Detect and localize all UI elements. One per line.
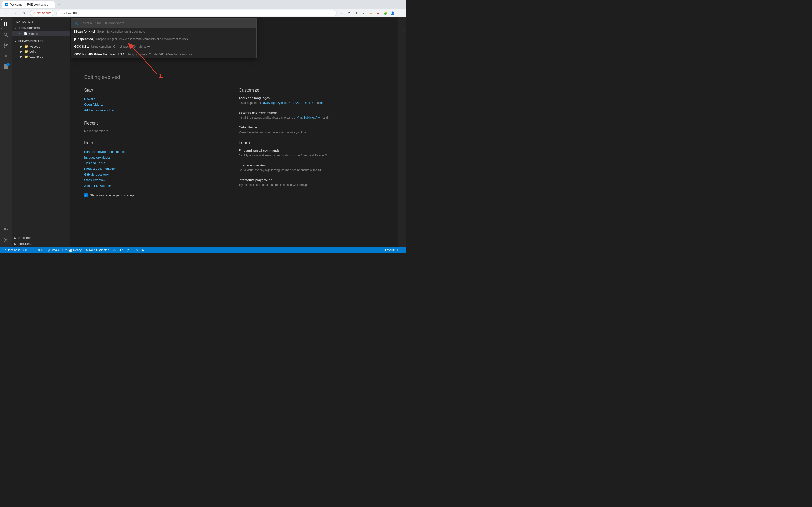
folder-build[interactable]: ▶ 📁 build (12, 49, 69, 54)
keybindings-desc: Install the settings and keyboard shortc… (239, 115, 384, 120)
kit-option-unspecified[interactable]: [Unspecified] Unspecified (Let CMake gue… (71, 35, 256, 43)
link-php[interactable]: PHP (288, 101, 293, 105)
security-warning[interactable]: ⚠ Not Secure (30, 10, 54, 16)
status-cog[interactable]: ⚙ (134, 247, 140, 253)
kit-search-input[interactable] (81, 21, 254, 25)
reload-btn[interactable]: ↻ (20, 10, 27, 16)
welcome-grid: Start New file Open folder... Add worksp… (84, 88, 384, 197)
link-github[interactable]: GitHub repository (84, 172, 229, 177)
status-no-kit[interactable]: ⚙ No Kit Selected (84, 247, 111, 253)
ext-orange[interactable]: ● (368, 10, 374, 16)
status-remote[interactable]: ⇆ localhost:8888 (3, 247, 29, 253)
bookmark-icon[interactable]: ☆ (339, 10, 345, 16)
show-welcome-checkbox[interactable]: ✓ (84, 193, 88, 197)
status-errors[interactable]: ⚠ 0 ⊗ 0 (29, 247, 45, 253)
activity-search[interactable] (1, 30, 11, 40)
customize-title: Customize (239, 88, 384, 93)
build-label: Build (117, 248, 123, 252)
activity-remote[interactable] (1, 225, 11, 234)
status-layout[interactable]: Layout: U.S. (383, 247, 403, 253)
ext-puzzle[interactable]: 🧩 (382, 10, 389, 16)
kit-unspecified-label: [Unspecified] (74, 37, 94, 41)
learn-playground[interactable]: Interactive playground Try out essential… (239, 178, 384, 187)
customize-tools: Tools and languages Install support for … (239, 96, 384, 105)
link-new-file[interactable]: New file (84, 96, 229, 102)
folder-vscode[interactable]: ▶ 📁 .vscode (12, 44, 69, 49)
status-build[interactable]: ⚙ Build (111, 247, 125, 253)
link-open-folder[interactable]: Open folder... (84, 102, 229, 107)
activity-bottom (1, 225, 11, 245)
activity-source-control[interactable] (1, 41, 11, 50)
info-icon: ⓘ (47, 248, 50, 252)
link-vim[interactable]: Vim (297, 116, 302, 119)
nav-actions: ☆ Z ⬇ ● ● ● 🧩 👤 ⋮ (339, 10, 403, 16)
timeline-section[interactable]: ▶ TIMELINE (12, 241, 69, 247)
color-theme-title: Color theme (239, 125, 384, 129)
link-newsletter[interactable]: Join our Newsletter (84, 183, 229, 188)
tab-title: Welcome — FHE-Workspace (10, 3, 48, 6)
activity-run[interactable] (1, 51, 11, 61)
link-atom[interactable]: Atom (315, 116, 322, 119)
close-editor-icon[interactable]: × (18, 32, 21, 36)
show-welcome-label: Show welcome page on startup (90, 193, 134, 197)
link-docs[interactable]: Product documentation (84, 166, 229, 171)
kit-option-gcc831[interactable]: GCC 8.3.1 Using compilers: C = /bin/gcc,… (71, 43, 256, 50)
link-azure[interactable]: Azure (295, 101, 302, 105)
ext-red[interactable]: ● (375, 10, 382, 16)
menu-icon[interactable]: ⋮ (397, 10, 403, 16)
activity-settings[interactable] (1, 235, 11, 245)
svg-point-5 (4, 33, 7, 36)
link-sublime[interactable]: Sublime (304, 116, 314, 119)
link-more[interactable]: more (319, 101, 326, 105)
active-tab[interactable]: VS Welcome — FHE-Workspace × (2, 1, 55, 8)
svg-point-9 (6, 44, 8, 45)
link-tips[interactable]: Tips and Tricks (84, 160, 229, 166)
address-bar[interactable]: localhost:8888 (56, 10, 337, 16)
color-theme-desc: Make the editor and your code look the w… (239, 130, 384, 134)
more-actions-icon[interactable]: ··· (399, 27, 406, 34)
link-python[interactable]: Python (277, 101, 286, 105)
split-editor-icon[interactable]: ⊞ (399, 19, 406, 26)
svg-rect-15 (4, 228, 6, 230)
kit-option-gcc-x86[interactable]: GCC for x86_64-redhat-linux 8.3.1 Using … (71, 50, 256, 58)
nav-bar: ← → ↻ ⚠ Not Secure localhost:8888 ☆ Z ⬇ … (0, 9, 406, 17)
tools-title: Tools and languages (239, 96, 384, 100)
tools-desc: Install support for JavaScript, Python, … (239, 101, 384, 105)
account-icon[interactable]: 👤 (390, 10, 396, 16)
keybindings-title: Settings and keybindings (239, 111, 384, 114)
activity-explorer[interactable] (1, 19, 11, 29)
kit-scan-label: [Scan for kits] (74, 30, 95, 33)
link-videos[interactable]: Introductory videos (84, 155, 229, 160)
status-bar: ⇆ localhost:8888 ⚠ 0 ⊗ 0 ⓘ CMake: [Debug… (0, 247, 406, 253)
cog-icon: ⚙ (135, 248, 138, 252)
status-all[interactable]: [all] (125, 247, 134, 253)
outline-section[interactable]: ▶ OUTLINE (12, 235, 69, 241)
workspace-section[interactable]: ▾ FHE-WORKSPACE (12, 38, 69, 44)
learn-interface[interactable]: Interface overview Get a visual overlay … (239, 163, 384, 172)
folder-examples[interactable]: ▶ 📁 examples (12, 54, 69, 59)
activity-extensions[interactable]: 1 (1, 62, 11, 71)
chevron-down-icon: ▾ (13, 26, 17, 30)
svg-point-7 (4, 44, 5, 45)
ext-down[interactable]: ⬇ (353, 10, 360, 16)
learn-commands[interactable]: Find and run all commands Rapidly access… (239, 149, 384, 158)
forward-btn[interactable]: → (12, 10, 18, 16)
ext-green[interactable]: ● (361, 10, 367, 16)
recent-empty: No recent folders (84, 129, 229, 133)
link-add-workspace[interactable]: Add workspace folder... (84, 107, 229, 113)
kit-option-scan[interactable]: [Scan for kits] Search for compilers on … (71, 28, 256, 35)
ext-z[interactable]: Z (346, 10, 352, 16)
new-tab-btn[interactable]: + (56, 1, 63, 8)
link-js[interactable]: JavaScript (262, 101, 275, 105)
link-docker[interactable]: Docker (304, 101, 313, 105)
link-stackoverflow[interactable]: Stack Overflow (84, 177, 229, 183)
open-editor-welcome[interactable]: × 📄 Welcome (12, 31, 69, 36)
link-keyboard[interactable]: Printable keyboard cheatsheet (84, 149, 229, 155)
open-editors-section[interactable]: ▾ OPEN EDITORS (12, 25, 69, 31)
back-btn[interactable]: ← (3, 10, 10, 16)
tab-close-btn[interactable]: × (50, 3, 51, 6)
status-run[interactable]: ▶ (140, 247, 146, 253)
status-cmake[interactable]: ⓘ CMake: [Debug]: Ready (45, 247, 84, 253)
recent-title: Recent (84, 121, 229, 126)
customize-keybindings: Settings and keybindings Install the set… (239, 111, 384, 120)
